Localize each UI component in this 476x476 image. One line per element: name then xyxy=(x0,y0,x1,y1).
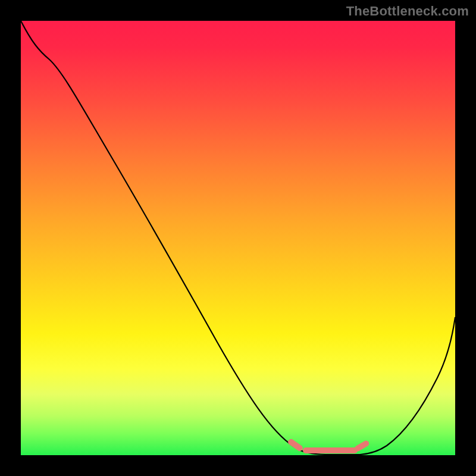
watermark-text: TheBottleneck.com xyxy=(346,4,469,19)
chart-frame: TheBottleneck.com xyxy=(0,0,476,476)
accent-segment-mid xyxy=(303,447,358,453)
bottleneck-curve-path xyxy=(21,21,455,455)
curve-svg xyxy=(21,21,455,455)
plot-area xyxy=(21,21,455,455)
